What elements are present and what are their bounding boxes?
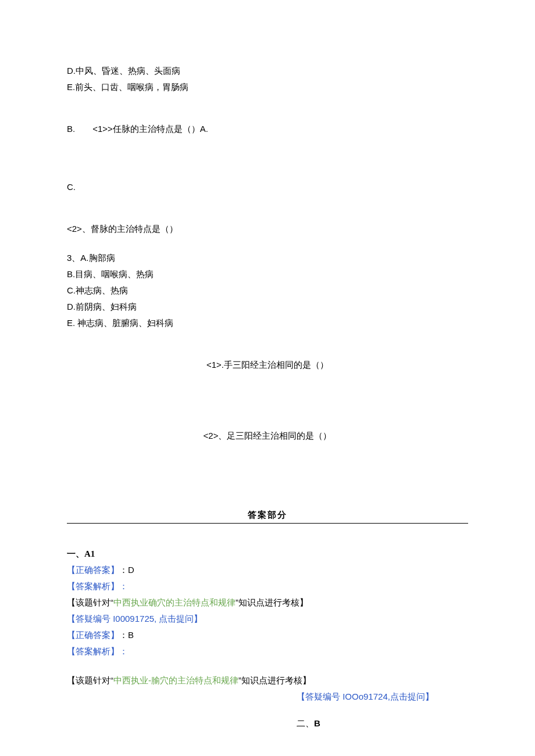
section-2-label: 二、B: [297, 716, 468, 730]
analysis-label-2: 【答案解析】：: [67, 644, 468, 658]
correct-answer-2: 【正确答案】：B: [67, 628, 468, 642]
target-prefix: 【该题针对“: [67, 597, 113, 607]
section-2-letter: B: [314, 718, 320, 728]
option-e: E.前头、口齿、咽喉病，胃肠病: [67, 80, 468, 94]
sub-question-2: <2>、足三阳经主治相同的是（）: [67, 429, 468, 443]
inquiry-link-1[interactable]: 【答疑编号 I00091725, 点击提问】: [67, 612, 468, 626]
q3-option-c: C.神志病、热病: [67, 284, 468, 298]
analysis-label-1: 【答案解析】：: [67, 579, 468, 593]
inquiry2-prefix: 【答疑编号: [297, 691, 343, 701]
q3-option-a: 3、A.胸部病: [67, 251, 468, 265]
answer-value-b: B: [128, 630, 134, 640]
target-2-green: 中西执业-腧穴的主治特点和规律: [113, 675, 238, 685]
answer-section-title: 答案部分: [67, 508, 468, 524]
inquiry-link-2[interactable]: 【答疑编号 IOOo91724,点击提问】: [297, 690, 448, 704]
separator: ：: [119, 630, 128, 640]
section-2-prefix: 二、: [297, 719, 314, 728]
target-1-green: 中西执业确穴的主治特点和规律: [113, 597, 236, 607]
target-line-2: 【该题针对“中西执业-腧穴的主治特点和规律”知识点进行考核】: [67, 673, 468, 687]
correct-answer-label: 【正确答案】: [67, 630, 119, 640]
q3-option-b: B.目病、咽喉病、热病: [67, 267, 468, 281]
target-line-1: 【该题针对“中西执业确穴的主治特点和规律”知识点进行考核】: [67, 596, 468, 610]
target-suffix: ”知识点进行考核】: [236, 597, 308, 607]
section-1-label: 一、A1: [67, 547, 468, 561]
inquiry2-suffix: 点击提问】: [390, 691, 434, 701]
target-suffix: ”知识点进行考核】: [238, 675, 311, 685]
target-prefix: 【该题针对“: [67, 675, 113, 685]
answer-value-d: D: [128, 565, 134, 575]
correct-answer-label: 【正确答案】: [67, 565, 119, 575]
line-b-ren-mai: B. <1>>任脉的主治特点是（）A.: [67, 122, 468, 136]
line-c: C.: [67, 180, 468, 194]
question-du-mai: <2>、督脉的主治特点是（）: [67, 222, 468, 236]
q3-option-e: E. 神志病、脏腑病、妇科病: [67, 316, 468, 330]
inquiry2-id: IOOo91724,: [343, 691, 390, 701]
option-d: D.中风、昏迷、热病、头面病: [67, 64, 468, 78]
separator: ：: [119, 565, 128, 575]
q3-option-d: D.前阴病、妇科病: [67, 300, 468, 314]
correct-answer-1: 【正确答案】：D: [67, 563, 468, 577]
sub-question-1: <1>.手三阳经主治相同的是（）: [67, 358, 468, 372]
